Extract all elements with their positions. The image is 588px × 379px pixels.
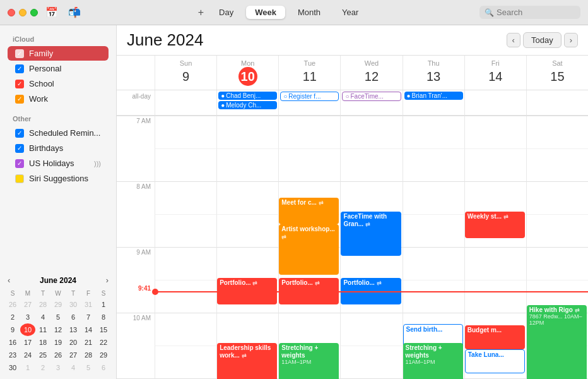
grid-cell-3-1[interactable] (340, 181, 402, 214)
grid-cell-2-0[interactable] (278, 116, 340, 148)
calendar-icon-btn[interactable]: 📅 (43, 5, 61, 20)
grid-cell-half-4-2[interactable] (403, 280, 464, 313)
day-header-wed[interactable]: Wed12 (340, 56, 402, 90)
day-header-thu[interactable]: Thu13 (403, 56, 464, 90)
view-week-button[interactable]: Week (246, 6, 285, 19)
calendar-event[interactable]: Budget m... (465, 325, 525, 349)
mini-cal-day[interactable]: 7 (81, 311, 96, 323)
mini-cal-day[interactable]: 5 (81, 361, 96, 374)
sidebar-item-family[interactable]: ✓ Family (8, 46, 109, 61)
add-event-button[interactable]: + (196, 6, 206, 20)
allday-event[interactable]: ●Melody Ch... (218, 101, 277, 109)
grid-cell-1-0[interactable] (216, 116, 278, 148)
calendar-event[interactable]: Weekly st... ⇄ (465, 212, 525, 238)
calendar-event[interactable]: FaceTime with Gran... ⇄ (341, 212, 401, 256)
grid-cell-1-3[interactable] (216, 313, 278, 346)
mini-cal-day[interactable]: 18 (35, 336, 50, 349)
grid-cell-4-0[interactable] (403, 116, 464, 148)
view-day-button[interactable]: Day (210, 6, 242, 19)
grid-cell-4-1[interactable] (403, 181, 464, 214)
view-month-button[interactable]: Month (289, 6, 329, 19)
next-week-button[interactable]: › (564, 33, 578, 47)
mini-cal-day[interactable]: 6 (96, 361, 111, 374)
mini-cal-day[interactable]: 6 (66, 311, 81, 323)
mini-cal-day[interactable]: 22 (96, 336, 111, 349)
grid-cell-6-0[interactable] (526, 116, 588, 148)
grid-cell-6-1[interactable] (526, 181, 588, 214)
calendar-event[interactable]: Meet for c... ⇄ (279, 198, 339, 224)
mini-cal-day[interactable]: 2 (35, 361, 50, 374)
grid-cell-5-0[interactable] (464, 116, 526, 148)
search-input[interactable] (497, 8, 572, 17)
grid-cell-half-0-1[interactable] (155, 214, 216, 247)
grid-cell-2-3[interactable] (278, 313, 340, 346)
inbox-icon-btn[interactable]: 📬 (66, 5, 83, 20)
close-button[interactable] (8, 9, 15, 16)
grid-cell-half-2-0[interactable] (278, 148, 340, 181)
mini-cal-day[interactable]: 11 (35, 323, 50, 336)
mini-cal-day[interactable]: 16 (5, 336, 20, 349)
mini-cal-day[interactable]: 31 (81, 298, 96, 311)
grid-cell-0-2[interactable] (155, 247, 216, 280)
grid-cell-half-5-2[interactable] (464, 280, 526, 313)
calendar-event[interactable]: Portfolio... ⇄ (217, 278, 277, 304)
calendar-event[interactable]: Artist workshop... ⇄ (279, 224, 339, 275)
grid-cell-half-6-0[interactable] (526, 148, 588, 181)
mini-cal-day[interactable]: 4 (35, 311, 50, 323)
grid-cell-0-3[interactable] (155, 313, 216, 346)
minimize-button[interactable] (19, 9, 26, 16)
grid-cell-0-1[interactable] (155, 181, 216, 214)
sidebar-item-holidays[interactable]: ✓ US Holidays ))) (8, 156, 109, 171)
sidebar-item-reminders[interactable]: ✓ Scheduled Remin... (8, 126, 109, 140)
mini-cal-day[interactable]: 30 (5, 361, 20, 374)
grid-cell-half-0-3[interactable] (155, 346, 216, 378)
mini-cal-day[interactable]: 29 (50, 298, 66, 311)
mini-cal-day[interactable]: 27 (20, 298, 35, 311)
mini-cal-day[interactable]: 2 (5, 311, 20, 323)
mini-cal-day[interactable]: 23 (5, 349, 20, 361)
sidebar-item-work[interactable]: ✓ Work (8, 92, 109, 106)
sidebar-item-birthdays[interactable]: ✓ Birthdays (8, 141, 109, 155)
mini-cal-day[interactable]: 13 (66, 323, 81, 336)
grid-cell-half-0-2[interactable] (155, 280, 216, 313)
grid-cell-half-6-1[interactable] (526, 214, 588, 247)
mini-cal-day[interactable]: 21 (81, 336, 96, 349)
calendar-event[interactable]: Stretching + weights11AM–1PM (403, 343, 463, 379)
mini-cal-day[interactable]: 28 (35, 298, 50, 311)
allday-event[interactable]: ●Chad Benj... (218, 92, 277, 100)
grid-cell-half-3-3[interactable] (340, 346, 402, 378)
mini-cal-day[interactable]: 4 (66, 361, 81, 374)
calendar-event[interactable]: Portfolio... ⇄ (279, 278, 339, 304)
grid-cell-1-1[interactable] (216, 181, 278, 214)
view-year-button[interactable]: Year (333, 6, 367, 19)
calendar-event[interactable]: Stretching + weights11AM–1PM (279, 343, 339, 379)
mini-cal-day[interactable]: 1 (20, 361, 35, 374)
sidebar-item-personal[interactable]: ✓ Personal (8, 61, 109, 76)
mini-cal-day[interactable]: 26 (5, 298, 20, 311)
grid-cell-half-5-0[interactable] (464, 148, 526, 181)
grid-cell-5-2[interactable] (464, 247, 526, 280)
day-header-mon[interactable]: Mon10 (216, 56, 278, 90)
mini-cal-day[interactable]: 8 (96, 311, 111, 323)
allday-event[interactable]: ○Register f... (280, 92, 339, 101)
mini-cal-day[interactable]: 10 (20, 323, 35, 336)
sidebar-item-siri[interactable]: Siri Suggestions (8, 171, 109, 186)
grid-cell-half-4-1[interactable] (403, 214, 464, 247)
grid-cell-0-0[interactable] (155, 116, 216, 148)
grid-cell-3-3[interactable] (340, 313, 402, 346)
mini-cal-day[interactable]: 20 (66, 336, 81, 349)
mini-cal-day[interactable]: 26 (50, 349, 66, 361)
mini-cal-day[interactable]: 5 (50, 311, 66, 323)
mini-cal-day[interactable]: 9 (5, 323, 20, 336)
day-header-tue[interactable]: Tue11 (278, 56, 340, 90)
mini-cal-day[interactable]: 30 (66, 298, 81, 311)
grid-cell-half-1-0[interactable] (216, 148, 278, 181)
mini-cal-day[interactable]: 15 (96, 323, 111, 336)
mini-cal-prev[interactable]: ‹ (8, 275, 10, 285)
day-header-sat[interactable]: Sat15 (526, 56, 588, 90)
sidebar-item-school[interactable]: ✓ School (8, 76, 109, 91)
grid-cell-1-2[interactable] (216, 247, 278, 280)
calendar-event[interactable]: Hike with Rigo ⇄7867 Redw... 10AM–12PM (527, 305, 587, 379)
mini-cal-day[interactable]: 3 (50, 361, 66, 374)
mini-cal-day[interactable]: 28 (81, 349, 96, 361)
